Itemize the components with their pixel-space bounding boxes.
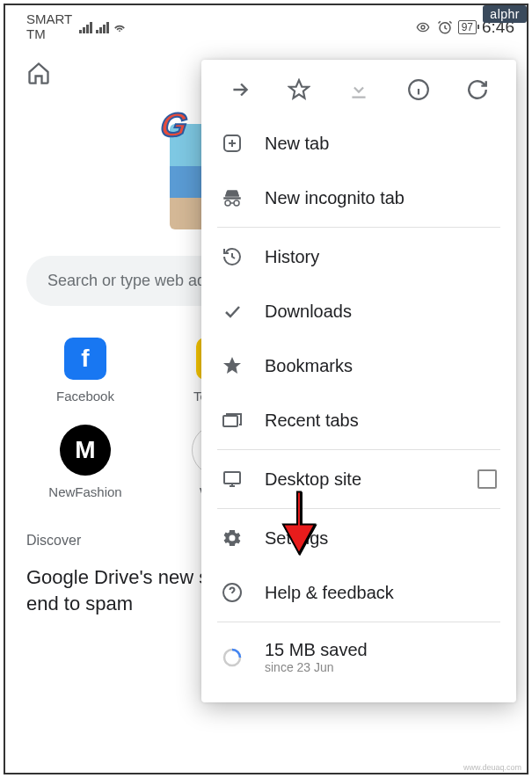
- divider: [217, 449, 500, 450]
- download-button[interactable]: [346, 77, 371, 102]
- alarm-icon: [437, 19, 453, 35]
- annotation-arrow-icon: [273, 485, 325, 560]
- divider: [217, 227, 500, 228]
- history-icon: [221, 245, 244, 268]
- status-bar: SMART TM 97 6:46: [5, 5, 527, 45]
- menu-data-saved[interactable]: 15 MB saved since 23 Jun: [201, 624, 516, 690]
- signal-icon: [96, 21, 109, 33]
- desktop-icon: [221, 468, 244, 491]
- menu-history[interactable]: History: [201, 229, 516, 284]
- menu-new-incognito[interactable]: New incognito tab: [201, 171, 516, 225]
- menu-settings[interactable]: Settings: [201, 511, 516, 565]
- overflow-menu: New tab New incognito tab History Downlo…: [201, 60, 516, 702]
- menu-label: Recent tabs: [265, 411, 497, 431]
- svg-rect-5: [224, 472, 240, 484]
- menu-label: Help & feedback: [265, 583, 497, 603]
- shortcut-item[interactable]: M NewFashion: [37, 425, 134, 499]
- wifi-icon: [113, 21, 127, 33]
- battery-icon: 97: [458, 20, 477, 34]
- data-saver-icon: [221, 646, 244, 669]
- home-icon[interactable]: [26, 61, 51, 85]
- reload-button[interactable]: [465, 77, 490, 102]
- desktop-site-checkbox[interactable]: [477, 469, 497, 489]
- menu-downloads[interactable]: Downloads: [201, 284, 516, 338]
- eye-icon: [414, 20, 432, 34]
- shortcut-label: Facebook: [37, 389, 134, 404]
- menu-label: 15 MB saved since 23 Jun: [265, 640, 497, 674]
- menu-bookmarks[interactable]: Bookmarks: [201, 338, 516, 393]
- forward-button[interactable]: [228, 77, 252, 102]
- divider: [217, 508, 500, 509]
- signal-icon: [79, 21, 92, 33]
- shortcut-label: NewFashion: [37, 484, 134, 499]
- menu-label: Bookmarks: [265, 356, 497, 376]
- menu-label: New tab: [265, 134, 497, 154]
- star-button[interactable]: [287, 77, 311, 102]
- shortcut-tile: f: [64, 338, 106, 380]
- watermark: www.deuaq.com: [463, 763, 521, 772]
- svg-rect-4: [223, 416, 237, 426]
- incognito-icon: [221, 186, 244, 209]
- recent-tabs-icon: [221, 409, 244, 432]
- alphr-badge: alphr: [483, 5, 527, 23]
- info-button[interactable]: [406, 77, 431, 102]
- help-icon: [221, 581, 244, 604]
- menu-desktop-site[interactable]: Desktop site: [201, 452, 516, 506]
- menu-label: New incognito tab: [265, 188, 497, 208]
- gear-icon: [221, 527, 244, 549]
- divider: [217, 622, 500, 622]
- bookmarks-icon: [221, 354, 244, 377]
- menu-label: Downloads: [265, 302, 497, 322]
- downloads-icon: [221, 300, 244, 323]
- menu-help[interactable]: Help & feedback: [201, 565, 516, 620]
- plus-square-icon: [221, 132, 244, 155]
- menu-label: History: [265, 247, 497, 267]
- carrier-label: SMART TM: [26, 12, 72, 41]
- menu-recent-tabs[interactable]: Recent tabs: [201, 393, 516, 447]
- menu-new-tab[interactable]: New tab: [201, 116, 516, 171]
- shortcut-tile: M: [60, 425, 111, 476]
- shortcut-item[interactable]: f Facebook: [37, 338, 134, 404]
- svg-point-0: [421, 25, 425, 29]
